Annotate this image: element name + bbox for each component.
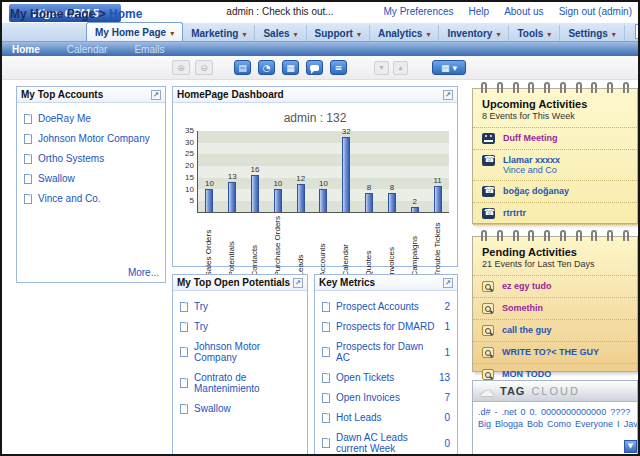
potential-link[interactable]: Contrato de Mantenimiento	[180, 372, 300, 394]
account-link[interactable]: Vince and Co.	[24, 193, 158, 204]
tag-link[interactable]: Como	[547, 419, 571, 429]
more-link[interactable]: More...	[128, 267, 159, 278]
account-name[interactable]: Johnson Motor Company	[38, 133, 150, 144]
account-name[interactable]: Vince and Co.	[38, 193, 101, 204]
nav-tab[interactable]: My Home Page	[86, 22, 183, 41]
breadcrumb-current[interactable]: Home	[109, 7, 142, 21]
nav-tab[interactable]: Marketing	[183, 25, 255, 41]
nav-tab[interactable]: Sales	[255, 25, 306, 41]
header-link[interactable]: Help	[469, 6, 490, 17]
tag-link[interactable]: -	[495, 407, 498, 417]
tag-link[interactable]: 0.	[530, 407, 538, 417]
nav-tab[interactable]: Support	[307, 25, 370, 41]
popout-icon[interactable]	[443, 90, 453, 100]
metric-label[interactable]: Dawn AC Leads current Week	[336, 432, 438, 454]
metric-label[interactable]: Prospect Accounts	[336, 301, 419, 312]
tag-cloud-title-light: CLOUD	[531, 385, 580, 397]
chevron-down-icon	[612, 28, 616, 39]
tag-link[interactable]: I	[617, 419, 620, 429]
breadcrumb-parent[interactable]: My Home Page	[10, 7, 95, 21]
popout-icon[interactable]	[293, 278, 303, 288]
toolbar-module-button[interactable]	[306, 60, 323, 75]
chart-bar: 32	[335, 127, 358, 212]
activity-label[interactable]: call the guy	[502, 325, 552, 335]
activity-row[interactable]: ez egy tudo	[473, 276, 637, 298]
activity-label[interactable]: MON TODO	[502, 369, 551, 379]
header-link[interactable]: Sign out (admin)	[559, 6, 632, 17]
potential-link[interactable]: Swallow	[180, 403, 300, 414]
scroll-down-button[interactable]: ▼	[624, 440, 637, 453]
potential-link[interactable]: Try	[180, 301, 300, 312]
activity-label[interactable]: Duff Meeting	[503, 133, 558, 143]
metric-label[interactable]: Open Tickets	[336, 372, 394, 383]
subnav-item[interactable]: Calendar	[67, 44, 108, 55]
activity-row[interactable]: Duff Meeting	[473, 128, 637, 150]
activity-row[interactable]: boğaç doğanay	[473, 181, 637, 203]
account-link[interactable]: Johnson Motor Company	[24, 133, 158, 144]
tag-link[interactable]: 0	[521, 407, 526, 417]
activity-label[interactable]: Somethin	[502, 303, 543, 313]
tag-link[interactable]: Java	[624, 419, 637, 429]
nav-tab[interactable]: Settings	[560, 25, 624, 41]
tag-link[interactable]: Everyone	[575, 419, 613, 429]
subnav-item[interactable]: Emails	[134, 44, 164, 55]
activity-label[interactable]: WRITE TO?< THE GUY	[502, 347, 599, 357]
activity-label[interactable]: ez egy tudo	[502, 281, 552, 291]
calendar-grid-icon	[286, 63, 295, 73]
toolbar-module-button[interactable]	[234, 60, 251, 75]
account-name[interactable]: Ortho Systems	[38, 153, 104, 164]
nav-tab[interactable]: Inventory	[439, 25, 509, 41]
activity-row[interactable]: call the guy	[473, 320, 637, 342]
tag-link[interactable]: 0000000000000	[541, 407, 606, 417]
activity-label[interactable]: Llamar xxxxx	[503, 155, 560, 165]
metric-label[interactable]: Open Invoices	[336, 392, 400, 403]
tag-link[interactable]: Blogga	[495, 419, 523, 429]
metric-label[interactable]: Prospects for DMARD	[336, 321, 434, 332]
potential-name[interactable]: Try	[194, 321, 208, 332]
potential-name[interactable]: Swallow	[194, 403, 231, 414]
nav-tab[interactable]: Analytics	[370, 25, 439, 41]
toolbar-module-button[interactable]	[258, 60, 275, 75]
tag-link[interactable]: ????	[610, 407, 630, 417]
account-link[interactable]: Swallow	[24, 173, 158, 184]
activity-related-to[interactable]: Vince and Co	[503, 165, 560, 175]
potential-name[interactable]: Try	[194, 301, 208, 312]
activity-label[interactable]: rtrtrtr	[503, 208, 526, 218]
account-link[interactable]: Ortho Systems	[24, 153, 158, 164]
metric-label[interactable]: Prospects for Dawn AC	[336, 341, 438, 363]
activity-row[interactable]: rtrtrtr	[473, 203, 637, 225]
activity-row[interactable]: Somethin	[473, 298, 637, 320]
potential-name[interactable]: Johnson Motor Company	[194, 341, 300, 363]
widgets-dropdown-button[interactable]: ▦▾	[432, 60, 466, 75]
potential-link[interactable]: Johnson Motor Company	[180, 341, 300, 363]
subnav-item[interactable]: Home	[12, 44, 40, 55]
tag-link[interactable]: .d#	[478, 407, 491, 417]
potential-link[interactable]: Try	[180, 321, 300, 332]
tag-link[interactable]: .net	[502, 407, 517, 417]
quick-create-dropdown[interactable]: Quick Create... ▾	[635, 24, 640, 39]
activity-label[interactable]: boğaç doğanay	[503, 186, 569, 196]
header-link[interactable]: My Preferences	[384, 6, 454, 17]
account-link[interactable]: DoeRay Me	[24, 113, 158, 124]
nav-tab[interactable]: Tools	[509, 25, 560, 41]
activity-row[interactable]: Llamar xxxxx Vince and Co	[473, 150, 637, 181]
chevron-down-icon: ▾	[452, 63, 457, 73]
popout-icon[interactable]	[151, 90, 161, 100]
toolbar-module-button[interactable]	[330, 60, 347, 75]
bar-value-label: 10	[273, 179, 282, 188]
tag-link[interactable]: Big	[478, 419, 491, 429]
document-icon	[322, 302, 330, 312]
tag-link[interactable]: Bob	[527, 419, 543, 429]
chart-y-tick: 30	[185, 138, 194, 147]
account-name[interactable]: DoeRay Me	[38, 113, 91, 124]
potential-name[interactable]: Contrato de Mantenimiento	[194, 372, 300, 394]
metric-label[interactable]: Hot Leads	[336, 412, 382, 423]
account-name[interactable]: Swallow	[38, 173, 75, 184]
metric-row: Prospects for DMARD 1	[322, 321, 450, 332]
activity-row[interactable]: WRITE TO?< THE GUY	[473, 342, 637, 364]
home-toolbar: ▦▾	[172, 60, 466, 75]
popout-icon[interactable]	[443, 278, 453, 288]
toolbar-module-button[interactable]	[282, 60, 299, 75]
chart-bar: 8	[381, 183, 404, 212]
header-link[interactable]: About us	[504, 6, 543, 17]
